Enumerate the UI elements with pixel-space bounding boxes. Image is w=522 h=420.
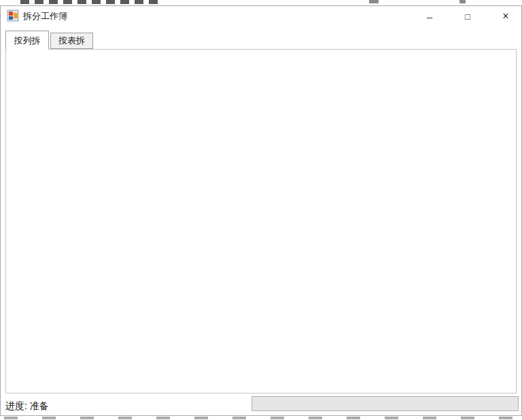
close-button[interactable]: ×	[490, 6, 521, 27]
background-window-fragment	[369, 0, 379, 3]
minimize-button[interactable]: –	[414, 6, 445, 27]
progress-bar	[251, 396, 519, 411]
background-window-fragment	[20, 0, 160, 4]
maximize-button[interactable]: □	[452, 6, 483, 27]
screen: 拆分工作簿 – □ × 按列拆 按表拆 拆分工作簿 按列信息将工作簿拆分为多个工…	[0, 0, 522, 420]
app-icon	[7, 10, 19, 22]
tab-page	[5, 49, 517, 393]
background-window-fragment	[4, 417, 518, 419]
progress-status: 进度: 准备	[5, 400, 49, 413]
window-title: 拆分工作簿	[23, 10, 67, 22]
tab-split-by-column[interactable]: 按列拆	[5, 31, 49, 50]
tab-split-by-sheet[interactable]: 按表拆	[50, 33, 93, 49]
background-window-fragment	[459, 0, 466, 3]
